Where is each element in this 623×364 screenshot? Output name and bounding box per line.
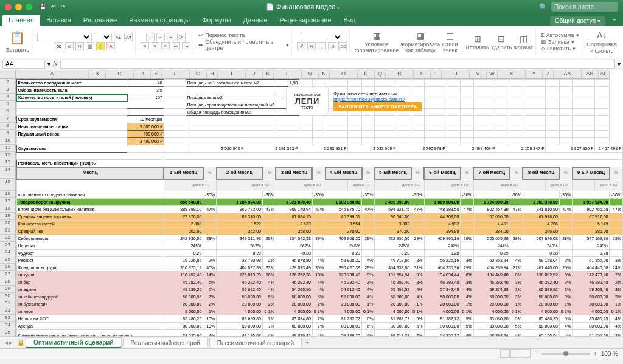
col-header-K[interactable]: K <box>263 70 274 79</box>
formula-expand-icon[interactable]: ▾ <box>618 61 621 67</box>
tab-page-layout[interactable]: Разметка страницы <box>123 15 196 26</box>
sheet-tab-optimistic[interactable]: Оптимистичный сценарий <box>26 337 122 348</box>
col-header-AC[interactable]: AC <box>599 70 610 79</box>
col-header-E[interactable]: E <box>151 70 162 79</box>
col-header-U[interactable]: U <box>442 70 470 79</box>
tab-home[interactable]: Главная <box>2 15 40 26</box>
paste-icon[interactable]: 📋 <box>10 30 26 46</box>
add-sheet-button[interactable]: + <box>305 339 309 346</box>
comma-icon[interactable]: , <box>318 42 326 50</box>
col-header-AB[interactable]: AB <box>582 70 599 79</box>
tab-insert[interactable]: Вставка <box>40 15 77 26</box>
banner-cta-button[interactable]: ЗАПОЛНИТЕ АНКЕТУ ПАРТНЕРА <box>333 102 422 111</box>
row-headers[interactable]: 2345678910111213141516171819202122232425… <box>0 79 16 336</box>
clear-icon[interactable]: ◇ <box>541 46 545 52</box>
number-format-select[interactable] <box>301 33 343 41</box>
align-top-icon[interactable]: ⫠ <box>146 33 155 41</box>
name-box[interactable]: A4 <box>2 60 45 69</box>
sheet-search-input[interactable] <box>551 2 618 12</box>
zoom-slider[interactable] <box>541 353 590 355</box>
fill-color-icon[interactable]: ◇ <box>96 42 105 50</box>
minimize-window[interactable] <box>15 4 22 10</box>
col-header-D[interactable]: D <box>134 70 151 79</box>
col-header-V[interactable]: V <box>470 70 487 79</box>
col-header-F[interactable]: F <box>162 70 190 79</box>
align-right-icon[interactable]: ≡ <box>161 42 170 50</box>
borders-icon[interactable]: ▦ <box>86 42 94 50</box>
col-header-C[interactable]: C <box>106 70 134 79</box>
tab-formulas[interactable]: Формулы <box>196 15 237 26</box>
font-size-select[interactable] <box>94 33 112 41</box>
select-all-corner[interactable] <box>0 70 16 79</box>
decrease-font-icon[interactable]: A▾ <box>124 33 133 41</box>
ribbon-collapse-icon[interactable]: ⌃ <box>608 18 621 26</box>
tab-view[interactable]: Вид <box>338 15 362 26</box>
tab-draw[interactable]: Рисование <box>77 15 123 26</box>
delete-cells-icon[interactable]: ⊟ <box>496 33 507 44</box>
cell-grid[interactable]: Количество посадочных мест40Площадь на 1… <box>16 79 623 336</box>
save-icon[interactable]: 💾 <box>40 4 46 10</box>
align-center-icon[interactable]: ≡ <box>151 42 159 50</box>
font-color-icon[interactable]: A <box>106 42 115 50</box>
col-header-A[interactable]: A <box>16 70 89 79</box>
sheet-area[interactable]: ABCDEFGHIJKLMNOPQRSTUVWXYZAAABAC 2345678… <box>0 70 623 336</box>
font-family-select[interactable] <box>37 33 92 41</box>
sheet-tab-realistic[interactable]: Реалистичный сценарий <box>123 338 208 348</box>
percent-icon[interactable]: % <box>307 42 316 50</box>
col-header-L[interactable]: L <box>274 70 302 79</box>
col-header-B[interactable]: B <box>89 70 106 79</box>
currency-icon[interactable]: ₽ <box>297 42 305 50</box>
sort-filter-icon[interactable]: A↓ <box>596 30 607 41</box>
col-header-AA[interactable]: AA <box>554 70 582 79</box>
underline-icon[interactable]: Ч <box>75 42 84 50</box>
redo-icon[interactable]: ↷ <box>61 4 66 10</box>
view-buttons[interactable] <box>499 349 531 359</box>
tab-review[interactable]: Рецензирование <box>274 15 338 26</box>
increase-decimal-icon[interactable]: .0 <box>328 42 336 50</box>
zoom-in-icon[interactable]: + <box>594 351 597 357</box>
col-header-O[interactable]: O <box>330 70 358 79</box>
align-bottom-icon[interactable]: ⫨ <box>167 33 175 41</box>
column-headers[interactable]: ABCDEFGHIJKLMNOPQRSTUVWXYZAAABAC <box>16 70 610 79</box>
increase-font-icon[interactable]: A▴ <box>114 33 122 41</box>
col-header-J[interactable]: J <box>246 70 263 79</box>
col-header-G[interactable]: G <box>190 70 207 79</box>
decrease-decimal-icon[interactable]: .00 <box>338 42 347 50</box>
autosum-icon[interactable]: Σ <box>541 32 545 38</box>
fill-icon[interactable]: ▦ <box>541 39 546 45</box>
indent-left-icon[interactable]: ⇤ <box>172 42 180 50</box>
indent-right-icon[interactable]: ⇥ <box>182 42 190 50</box>
formula-input[interactable] <box>60 60 615 69</box>
share-button[interactable]: Общий доступ ▾ <box>550 16 605 26</box>
col-header-Y[interactable]: Y <box>526 70 543 79</box>
close-window[interactable] <box>5 4 12 10</box>
col-header-Z[interactable]: Z <box>543 70 554 79</box>
align-left-icon[interactable]: ≡ <box>141 42 149 50</box>
format-table-icon[interactable]: ▦ <box>415 30 426 41</box>
maximize-window[interactable] <box>26 4 32 10</box>
format-cells-icon[interactable]: ◫ <box>518 33 529 44</box>
col-header-T[interactable]: T <box>431 70 442 79</box>
col-header-X[interactable]: X <box>498 70 526 79</box>
col-header-W[interactable]: W <box>487 70 498 79</box>
sheet-tab-pessimistic[interactable]: Пессимистичный сценарий <box>209 338 302 348</box>
banner-link[interactable]: https://franchise.lepitesto.cafe.ru/ <box>333 97 422 102</box>
col-header-M[interactable]: M <box>302 70 319 79</box>
col-header-Q[interactable]: Q <box>375 70 386 79</box>
merge-icon[interactable]: ⬌ <box>198 42 203 48</box>
sheet-nav[interactable]: ◂▸ <box>5 339 12 346</box>
bold-icon[interactable]: Ж <box>55 42 63 50</box>
col-header-I[interactable]: I <box>218 70 246 79</box>
italic-icon[interactable]: К <box>65 42 74 50</box>
orientation-icon[interactable]: ⟳ <box>177 33 186 41</box>
col-header-N[interactable]: N <box>319 70 330 79</box>
zoom-value[interactable]: 100 % <box>601 351 618 357</box>
wrap-text-icon[interactable]: ↩ <box>198 32 203 38</box>
name-box-dropdown-icon[interactable]: ▾ <box>47 61 50 67</box>
zoom-out-icon[interactable]: − <box>534 351 538 357</box>
col-header-P[interactable]: P <box>358 70 375 79</box>
col-header-H[interactable]: H <box>207 70 218 79</box>
col-header-S[interactable]: S <box>414 70 431 79</box>
fx-icon[interactable]: fx <box>53 61 58 67</box>
tab-data[interactable]: Данные <box>237 15 274 26</box>
